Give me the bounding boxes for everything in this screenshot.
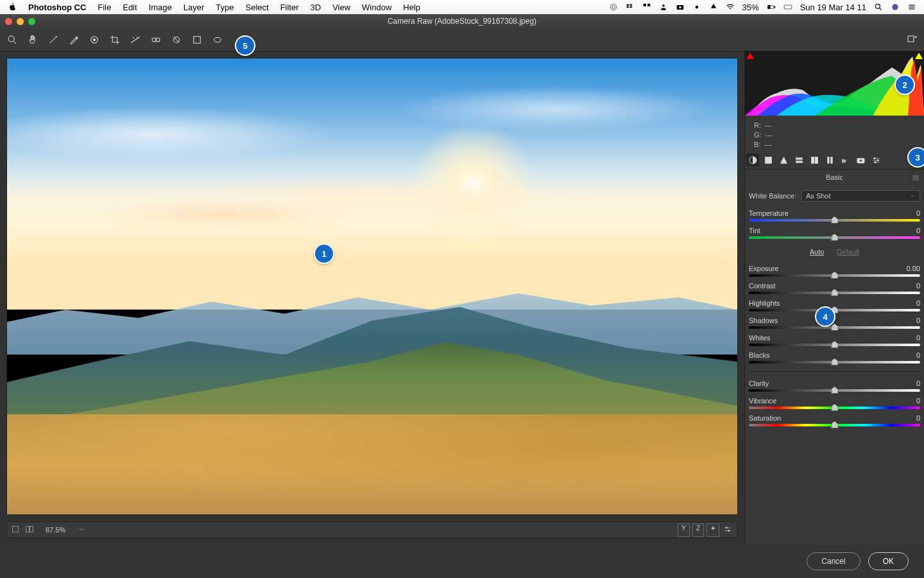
app-name[interactable]: Photoshop CC xyxy=(28,3,86,12)
tab-camera-icon[interactable] xyxy=(854,153,867,166)
svg-rect-41 xyxy=(811,157,814,163)
view-compare-icon[interactable] xyxy=(25,525,34,536)
straighten-tool-icon[interactable] xyxy=(130,34,141,46)
menu-edit[interactable]: Edit xyxy=(123,3,137,12)
svg-rect-32 xyxy=(30,526,33,532)
fullscreen-icon[interactable] xyxy=(906,34,918,46)
menu-image[interactable]: Image xyxy=(149,3,172,12)
camera-icon[interactable] xyxy=(676,3,685,12)
battery-icon[interactable] xyxy=(767,3,776,12)
menu-window[interactable]: Window xyxy=(362,3,391,12)
tab-lens-icon[interactable] xyxy=(823,153,836,166)
tab-hsl-icon[interactable] xyxy=(792,153,805,166)
gdrive-icon[interactable] xyxy=(709,3,718,12)
before-y-icon[interactable]: Y xyxy=(678,523,690,537)
status-bar: 87.5% Y Z ✦ xyxy=(6,521,738,538)
svg-rect-9 xyxy=(767,6,770,9)
tab-basic-icon[interactable] xyxy=(746,153,759,166)
clock[interactable]: Sun 19 Mar 14 11 xyxy=(800,3,866,12)
indicator-icon[interactable] xyxy=(692,3,701,12)
tab-curve-icon[interactable] xyxy=(762,153,774,166)
before-plus-icon[interactable]: ✦ xyxy=(706,523,719,537)
histogram[interactable]: 2 xyxy=(745,51,924,116)
color-sampler-icon[interactable] xyxy=(68,34,80,46)
tab-fx-icon[interactable]: fx xyxy=(839,153,851,166)
slider-vibrance[interactable]: Vibrance0 xyxy=(749,397,920,409)
svg-line-13 xyxy=(880,8,882,10)
ok-button[interactable]: OK xyxy=(868,552,909,570)
menu-filter[interactable]: Filter xyxy=(280,3,299,12)
menu-help[interactable]: Help xyxy=(403,3,420,12)
menu-file[interactable]: File xyxy=(98,3,111,12)
minimize-window-icon[interactable] xyxy=(17,18,24,25)
svg-rect-29 xyxy=(908,36,914,42)
highlight-clip-icon[interactable] xyxy=(915,53,923,59)
slider-contrast[interactable]: Contrast0 xyxy=(749,282,920,294)
zoom-dropdown-icon[interactable] xyxy=(77,525,86,536)
redeye-tool-icon[interactable] xyxy=(171,34,182,46)
slider-saturation[interactable]: Saturation0 xyxy=(749,414,920,426)
apple-icon[interactable] xyxy=(8,3,17,12)
wb-tool-icon[interactable] xyxy=(47,34,59,46)
view-single-icon[interactable] xyxy=(11,525,20,536)
before-z-icon[interactable]: Z xyxy=(692,523,704,537)
maximize-window-icon[interactable] xyxy=(28,18,35,25)
rgb-readout: R: --- G: --- B: --- xyxy=(749,119,920,151)
prefs-icon[interactable] xyxy=(722,523,733,537)
cancel-button[interactable]: Cancel xyxy=(807,552,860,570)
cc-icon[interactable] xyxy=(609,3,618,12)
targeted-adjust-icon[interactable] xyxy=(89,34,100,46)
slider-exposure[interactable]: Exposure0.00 xyxy=(749,265,920,277)
wifi-icon[interactable] xyxy=(726,3,735,12)
zoom-tool-icon[interactable] xyxy=(6,34,18,46)
grad-filter-icon[interactable] xyxy=(191,34,203,46)
slider-blacks[interactable]: Blacks0 xyxy=(749,351,920,363)
slider-highlights[interactable]: Highlights0 xyxy=(749,299,920,311)
tab-detail-icon[interactable] xyxy=(777,153,790,166)
svg-point-22 xyxy=(94,39,96,40)
menu-layer[interactable]: Layer xyxy=(184,3,205,12)
slider-shadows[interactable]: Shadows0 xyxy=(749,317,920,329)
spot-removal-icon[interactable] xyxy=(150,34,162,46)
svg-rect-30 xyxy=(12,526,18,532)
wb-label: White Balance: xyxy=(749,192,796,200)
svg-rect-3 xyxy=(647,4,650,6)
menu-type[interactable]: Type xyxy=(216,3,234,12)
menu-3d[interactable]: 3D xyxy=(311,3,321,12)
battery-pct: 35% xyxy=(742,3,759,12)
menu-select[interactable]: Select xyxy=(245,3,268,12)
svg-point-36 xyxy=(728,530,730,531)
default-link[interactable]: Default xyxy=(837,248,859,256)
canvas-area: 1 87.5% Y Z ✦ xyxy=(0,51,744,545)
tab-split-icon[interactable] xyxy=(808,153,821,166)
crop-tool-icon[interactable] xyxy=(109,34,121,46)
traffic-lights[interactable] xyxy=(5,18,35,25)
notification-icon[interactable] xyxy=(907,3,916,12)
slider-temperature[interactable]: Temperature0 xyxy=(749,209,920,222)
squares-icon[interactable] xyxy=(642,3,651,12)
shadow-clip-icon[interactable] xyxy=(746,53,754,59)
svg-point-12 xyxy=(875,4,880,8)
zoom-level[interactable]: 87.5% xyxy=(39,525,72,535)
siri-icon[interactable] xyxy=(891,3,900,12)
close-window-icon[interactable] xyxy=(5,18,12,25)
person-icon[interactable] xyxy=(659,3,668,12)
tab-presets-icon[interactable] xyxy=(869,153,882,166)
svg-point-52 xyxy=(877,159,878,161)
panel-menu-icon[interactable] xyxy=(911,173,920,184)
auto-link[interactable]: Auto xyxy=(810,248,825,256)
hand-tool-icon[interactable] xyxy=(27,34,38,46)
dropbox-icon[interactable] xyxy=(626,3,635,12)
window-title: Camera Raw (AdobeStock_99167308.jpeg) xyxy=(388,17,536,26)
radial-filter-icon[interactable] xyxy=(212,34,223,46)
image-canvas[interactable]: 1 xyxy=(6,58,738,515)
camera-raw-toolbar: 5 xyxy=(0,28,924,51)
spotlight-icon[interactable] xyxy=(874,3,883,12)
slider-clarity[interactable]: Clarity0 xyxy=(749,380,920,392)
svg-point-23 xyxy=(152,38,156,42)
slider-whites[interactable]: Whites0 xyxy=(749,334,920,346)
slider-tint[interactable]: Tint0 xyxy=(749,227,920,239)
keyboard-icon[interactable] xyxy=(783,3,792,12)
wb-select[interactable]: As Shot xyxy=(801,190,920,202)
menu-view[interactable]: View xyxy=(332,3,350,12)
